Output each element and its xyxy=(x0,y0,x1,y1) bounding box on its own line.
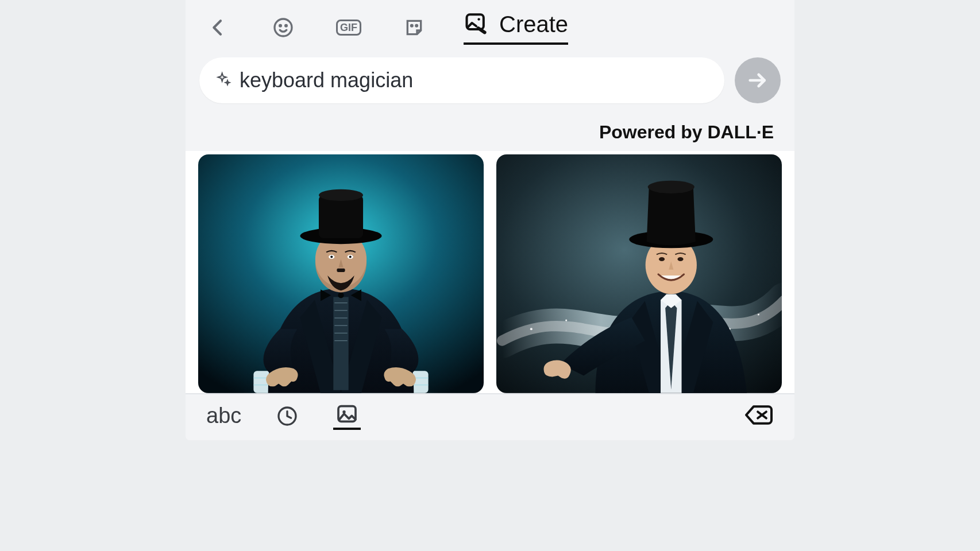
keyboard-panel: GIF Create Powered by DALL·E xyxy=(186,0,794,440)
create-icon xyxy=(464,10,489,38)
svg-point-32 xyxy=(530,328,533,330)
svg-point-27 xyxy=(349,255,352,258)
svg-point-40 xyxy=(677,257,683,261)
submit-button[interactable] xyxy=(735,57,781,103)
result-image[interactable] xyxy=(496,154,782,393)
svg-rect-29 xyxy=(319,195,363,238)
abc-mode-button[interactable]: abc xyxy=(206,403,241,428)
svg-point-0 xyxy=(275,19,292,36)
svg-point-2 xyxy=(285,25,287,26)
svg-rect-13 xyxy=(333,297,348,390)
recent-button[interactable] xyxy=(273,402,301,430)
prompt-input[interactable] xyxy=(240,68,708,92)
result-image[interactable] xyxy=(198,154,484,393)
svg-point-33 xyxy=(565,319,567,321)
svg-point-3 xyxy=(411,25,413,26)
gif-tab[interactable]: GIF xyxy=(333,11,365,44)
svg-point-42 xyxy=(648,181,695,193)
backspace-button[interactable] xyxy=(744,402,774,430)
keyboard-bottom-bar: abc xyxy=(186,393,794,440)
bottom-bar-left: abc xyxy=(206,402,361,430)
svg-point-39 xyxy=(659,257,665,261)
svg-point-30 xyxy=(319,189,363,201)
prompt-row xyxy=(186,49,794,106)
prompt-field-container[interactable] xyxy=(199,57,724,103)
svg-point-20 xyxy=(338,292,344,298)
results-grid xyxy=(186,151,794,393)
sparkle-icon xyxy=(215,71,232,90)
gif-icon: GIF xyxy=(336,20,361,36)
svg-point-25 xyxy=(330,255,333,258)
svg-point-1 xyxy=(280,25,281,26)
attribution-text: Powered by DALL·E xyxy=(186,106,794,151)
emoji-tab[interactable] xyxy=(267,11,299,44)
svg-point-4 xyxy=(416,25,418,26)
create-tab-label: Create xyxy=(499,11,568,37)
tabs-row: GIF Create xyxy=(186,0,794,49)
back-button[interactable] xyxy=(202,11,234,44)
svg-point-37 xyxy=(758,313,759,315)
image-mode-button[interactable] xyxy=(333,402,361,430)
svg-rect-23 xyxy=(337,269,345,272)
create-tab[interactable]: Create xyxy=(464,10,568,45)
sticker-tab[interactable] xyxy=(398,11,430,44)
svg-point-6 xyxy=(477,18,480,20)
